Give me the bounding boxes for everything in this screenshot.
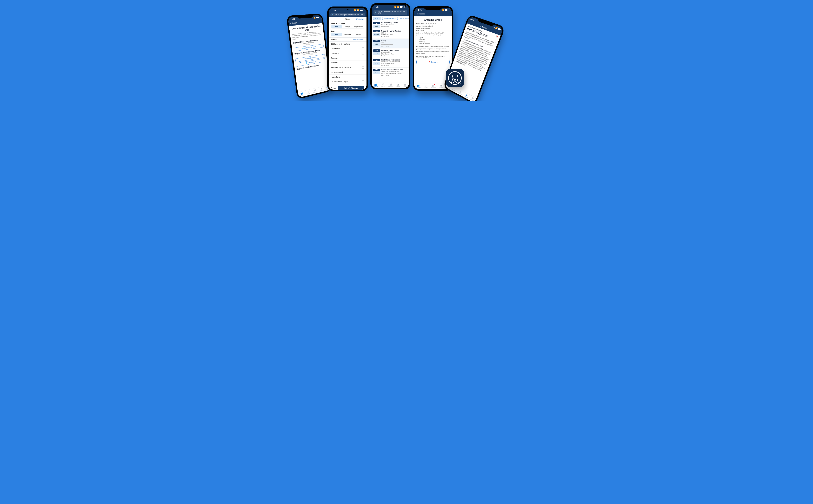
prev-day-button[interactable]: ‹ <box>469 21 470 23</box>
tab-nouvelles[interactable]: ▤Nouvelles <box>388 83 393 87</box>
tab-reunions[interactable]: 👥Réunions <box>373 83 378 87</box>
tab-contact[interactable]: ▦Contact <box>470 96 475 101</box>
svg-text:®: ® <box>460 83 461 85</box>
tab-reunions[interactable]: 👥Réunions <box>299 92 304 96</box>
chip-presence[interactable]: Mode de présenc <box>399 17 409 20</box>
tab-contact[interactable]: ▦Contact <box>403 83 407 87</box>
checkbox[interactable] <box>362 71 364 73</box>
meeting-name: Group 12 <box>381 40 407 42</box>
tab-citation[interactable]: ▣Citation <box>464 93 469 98</box>
seg-presentiel[interactable]: En présentiel <box>353 25 364 28</box>
tab-favoris[interactable]: ♡Favoris <box>452 87 456 91</box>
checkbox[interactable] <box>362 52 364 54</box>
format-item[interactable]: Discussion <box>329 51 367 56</box>
tag-item: Ouvert(e) <box>416 41 450 42</box>
tab-citation[interactable]: ▣Citation <box>439 84 443 88</box>
heart-icon: ♡ <box>425 84 427 87</box>
status-time: 1:32 <box>333 9 336 11</box>
chip-day[interactable]: Jeudi⌄ <box>373 17 381 20</box>
meeting-row[interactable]: 08:00 4mi Grupo Sendero De Vida 24 H... … <box>372 68 409 77</box>
route-button[interactable]: 📍 Itinéraire <box>416 60 450 64</box>
checkbox[interactable] <box>362 62 364 64</box>
format-item[interactable]: Réunion sur les Étapes <box>329 79 367 84</box>
status-time: 1:32 <box>292 18 295 20</box>
seg-type-ferme[interactable]: Fermé <box>353 33 364 36</box>
apply-button[interactable]: Voir 187 Réunions <box>338 86 364 90</box>
tag-item: Anglais <box>416 37 450 39</box>
checkbox[interactable] <box>362 57 364 59</box>
checkbox[interactable] <box>362 43 364 45</box>
time-badge: 08:00 <box>373 69 380 71</box>
news-icon: ▤ <box>432 84 434 87</box>
tab-nouvelles[interactable]: ▤Nouvelles <box>431 84 436 88</box>
format-item[interactable]: Nouveau/nouvelle <box>329 70 367 75</box>
tab-favoris[interactable]: ♡Favoris <box>381 83 385 87</box>
format-item[interactable]: 12 Étapes et 12 Traditions <box>329 42 367 46</box>
seg-enligne[interactable]: En ligne <box>342 25 353 28</box>
seg-tout[interactable]: Tout <box>331 25 342 28</box>
all-types-toggle[interactable]: Tous les types ˄ <box>353 39 364 40</box>
status-bar: 1:34 📶📶⚙ <box>373 5 407 9</box>
search-input[interactable]: 🔍 Les réunions près de San Antonio, TX, … <box>373 10 407 15</box>
meeting-row[interactable]: 07:00 9mi First Things First Group St. F… <box>372 58 409 68</box>
book-icon: ▣ <box>320 87 323 90</box>
reset-button[interactable]: Réinitialiser <box>356 18 364 20</box>
tab-citation[interactable]: ▣Citation <box>396 83 400 87</box>
globe-icon: 🌐 <box>302 47 303 49</box>
cancel-button[interactable]: Annuler <box>331 87 337 89</box>
time-badge: 07:00 <box>373 30 380 32</box>
checkbox[interactable] <box>362 80 364 83</box>
format-item[interactable]: Publications <box>329 75 367 79</box>
chevron-up-icon: ˄ <box>363 39 364 40</box>
news-icon: ▤ <box>390 83 392 86</box>
tab-bar: 👥Réunions ♡Favoris ▤Nouvelles ▣Citation … <box>372 82 409 88</box>
meeting-line: San Antonio <box>381 45 407 47</box>
meeting-row[interactable]: 07:00 📹 On Awakening Group Online-San An… <box>372 21 409 29</box>
location-detail: Between 6th & 7th Avenues. Mission House… <box>416 55 450 59</box>
tab-favoris[interactable]: ♡Favoris <box>307 90 310 95</box>
seg-type-tout[interactable]: Tout <box>331 33 342 36</box>
contact-icon: ▦ <box>404 83 406 86</box>
meeting-row[interactable]: 07:00 7mi First One Today Group Winner's… <box>372 48 409 58</box>
meeting-line: Club 12 <box>381 42 407 44</box>
heart-icon: ♡ <box>382 83 384 86</box>
tab-favoris[interactable]: ♡Favoris <box>424 84 427 88</box>
meeting-name: On Awakening Group <box>381 22 407 24</box>
meeting-line: Club 12 <box>381 32 407 34</box>
back-button[interactable]: ‹ Réunions <box>416 12 450 15</box>
meeting-line: 272 North San Joaquin Avenue <box>381 73 407 74</box>
chevron-down-icon: ⌄ <box>395 18 396 19</box>
checkbox[interactable] <box>362 66 364 69</box>
checkbox[interactable] <box>362 47 364 50</box>
meeting-line: San Antonio <box>381 55 407 57</box>
filter-chips-row: Jeudi⌄ N'importe quand⌄ Mode de présenc <box>372 16 409 21</box>
presence-segment: Tout En ligne En présentiel <box>331 25 364 28</box>
tab-nouvelles[interactable]: ▤Nouvelles <box>458 90 463 95</box>
tags-list: AnglaisGros LivreOuvert(e)In-Person réun… <box>416 37 450 44</box>
pin-icon: 📍 <box>428 61 430 63</box>
format-item[interactable]: Gros Livre <box>329 56 367 60</box>
checkbox[interactable] <box>362 76 364 78</box>
format-item[interactable]: Méditation sur la 11e Étape <box>329 65 367 70</box>
open-info: Les réunions ouvertes sont accessibles à… <box>416 46 450 54</box>
meeting-row[interactable]: 07:00 6mi 📹 Group 12-Hybrid Meeting Club… <box>372 29 409 39</box>
meeting-name: First One Today Group <box>381 49 407 52</box>
distance-badge: 4mi <box>373 71 380 74</box>
seg-type-ouvert[interactable]: Ouvert(e) <box>342 33 353 36</box>
tab-citation[interactable]: ▣Citation <box>320 87 323 92</box>
search-input[interactable]: 🔍 Les réunions près de Phoenix, AZ, USA <box>330 13 365 16</box>
format-label: Discussion <box>331 53 339 54</box>
camera-icon: 📹 <box>375 43 378 45</box>
chip-time[interactable]: N'importe quand⌄ <box>382 17 398 20</box>
tab-nouvelles[interactable]: ▤Nouvelles <box>313 89 317 93</box>
tab-reunions[interactable]: 👥Réunions <box>416 84 421 88</box>
chevron-left-icon: ‹ <box>416 13 417 15</box>
meeting-list[interactable]: 07:00 📹 On Awakening Group Online-San An… <box>372 21 409 82</box>
format-item[interactable]: Méditation <box>329 60 367 65</box>
meeting-row[interactable]: 07:00 📹 Group 12 Club 12 102 Thames Driv… <box>372 39 409 48</box>
format-item[interactable]: Conférencier <box>329 46 367 51</box>
search-text: Les réunions près de San Antonio, TX, US… <box>378 11 406 14</box>
meeting-line: San Antonio <box>381 26 407 28</box>
tag-item: Gros Livre <box>416 39 450 40</box>
camera-icon: 📹 <box>375 25 378 27</box>
